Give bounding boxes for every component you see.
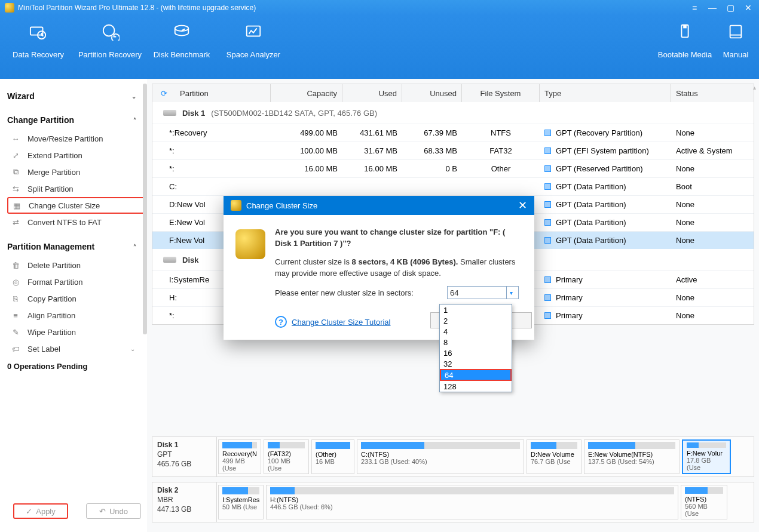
usage-bar [270, 487, 674, 494]
dialog-current-b: 8 sectors, 4 KB (4096 Bytes). [352, 257, 458, 266]
partition-row[interactable]: *:Recovery499.00 MB431.61 MB67.39 MBNTFS… [152, 124, 754, 142]
cluster-size-dropdown[interactable]: 1248163264128 [439, 304, 512, 392]
space-analyzer-button[interactable]: Space Analyzer [218, 23, 289, 59]
partition-row[interactable]: *:100.00 MB31.67 MB68.33 MBFAT32GPT (EFI… [152, 142, 754, 159]
disk-segment[interactable]: F:New Volur17.8 GB (Use [682, 439, 731, 474]
dialog-titlebar[interactable]: Change Cluster Size ✕ [224, 196, 534, 215]
partition-row[interactable]: C:GPT (Data Partition)Boot [152, 177, 754, 195]
menu-icon[interactable]: ≡ [688, 3, 700, 13]
sidebar-item-move-resize-partition[interactable]: ↔Move/Resize Partition [7, 130, 145, 147]
sidebar-item-delete-partition[interactable]: 🗑Delete Partition [7, 257, 145, 273]
segment-sub: 499 MB (Use [222, 457, 257, 472]
action-icon: ✎ [11, 327, 20, 337]
disk-segment[interactable]: (NTFS)560 MB (Use [681, 485, 727, 519]
cell-unused: 67.39 MB [402, 128, 462, 137]
sidebar-header-partition-management[interactable]: Partition Management˄ [7, 236, 145, 257]
partition-recovery-button[interactable]: Partition Recovery [74, 23, 146, 59]
disk-segment[interactable]: D:New Volume76.7 GB (Use [527, 439, 582, 474]
operations-pending-label: 0 Operations Pending [7, 362, 145, 371]
col-unused[interactable]: Unused [402, 84, 462, 102]
bootable-media-button[interactable]: Bootable Media [655, 23, 715, 59]
disk-benchmark-label: Disk Benchmark [154, 50, 210, 59]
minimize-button[interactable]: — [706, 3, 718, 13]
action-icon: 🏷 [11, 344, 20, 353]
action-icon: ⧉ [11, 167, 20, 177]
main-toolbar: Data Recovery Partition Recovery Disk Be… [0, 16, 759, 79]
disk-segment[interactable]: E:New Volume(NTFS)137.5 GB (Used: 54%) [584, 439, 680, 474]
cell-type: GPT (Data Partition) [540, 236, 671, 245]
apply-button[interactable]: ✓Apply [13, 503, 68, 519]
cell-type: Primary [540, 275, 671, 284]
space-analyzer-label: Space Analyzer [227, 50, 280, 59]
close-button[interactable]: ✕ [742, 3, 754, 13]
disk-map-2[interactable]: Disk 2MBR447.13 GBI:SystemRes50 MB (UseH… [152, 482, 754, 522]
dropdown-option-128[interactable]: 128 [440, 381, 512, 392]
tutorial-link[interactable]: Change Cluster Size Tutorial [292, 318, 390, 327]
cell-capacity: 16.00 MB [271, 164, 342, 173]
sidebar-item-merge-partition[interactable]: ⧉Merge Partition [7, 164, 145, 180]
sidebar-item-set-label[interactable]: 🏷Set Label⌄ [7, 340, 145, 357]
sidebar-item-format-partition[interactable]: ◎Format Partition [7, 273, 145, 290]
disk-segment[interactable]: (FAT32)100 MB (Use [264, 439, 309, 474]
partition-row[interactable]: *:16.00 MB16.00 MB0 BOtherGPT (Reserved … [152, 159, 754, 177]
col-type[interactable]: Type [540, 84, 671, 102]
help-icon: ? [275, 316, 287, 328]
disk-segment[interactable]: H:(NTFS)446.5 GB (Used: 6%) [266, 485, 678, 519]
data-recovery-button[interactable]: Data Recovery [2, 23, 74, 59]
dropdown-option-4[interactable]: 4 [440, 326, 512, 337]
svg-rect-7 [730, 26, 742, 38]
action-icon: ◎ [11, 277, 20, 287]
col-filesystem[interactable]: File System [462, 84, 540, 102]
disk-map-1[interactable]: Disk 1GPT465.76 GBRecovery(N499 MB (Use(… [152, 436, 754, 477]
cluster-size-combobox[interactable]: 64 ▾ [447, 286, 519, 299]
col-partition[interactable]: Partition [175, 84, 271, 102]
disk-row[interactable]: Disk 1 (ST500DM002-1BD142 SATA, GPT, 465… [152, 102, 754, 124]
segment-sub: 446.5 GB (Used: 6%) [270, 503, 674, 511]
cell-used: 31.67 MB [342, 146, 402, 155]
undo-icon: ↶ [99, 507, 106, 516]
grid-header: ⟳ Partition Capacity Used Unused File Sy… [152, 84, 754, 102]
refresh-button[interactable]: ⟳ [152, 89, 175, 98]
dropdown-option-16[interactable]: 16 [440, 348, 512, 358]
cell-type: Primary [540, 311, 671, 320]
dropdown-option-64[interactable]: 64 [440, 369, 512, 381]
sidebar-item-copy-partition[interactable]: ⎘Copy Partition [7, 290, 145, 307]
disk-segment[interactable]: (Other)16 MB [311, 439, 354, 474]
cell-partition: *: [152, 146, 271, 155]
dialog-close-button[interactable]: ✕ [518, 199, 527, 212]
segment-sub: 100 MB (Use [268, 457, 305, 472]
col-used[interactable]: Used [342, 84, 402, 102]
sidebar-header-change-partition[interactable]: Change Partition˄ [7, 110, 145, 130]
content-scroll-up[interactable]: ▴ [751, 82, 758, 92]
segment-sub: 560 MB (Use [685, 503, 723, 517]
disk-segment[interactable]: Recovery(N499 MB (Use [218, 439, 261, 474]
sidebar-item-change-cluster-size[interactable]: ▦Change Cluster Size [7, 197, 145, 214]
type-color-icon [544, 183, 551, 190]
disk-benchmark-button[interactable]: Disk Benchmark [146, 23, 218, 59]
col-status[interactable]: Status [671, 84, 754, 102]
sidebar-header-wizard[interactable]: Wizard⌄ [7, 86, 145, 106]
sidebar-item-align-partition[interactable]: ≡Align Partition [7, 307, 145, 324]
disk-segment[interactable]: C:(NTFS)233.1 GB (Used: 40%) [357, 439, 524, 474]
dropdown-option-2[interactable]: 2 [440, 315, 512, 326]
type-color-icon [544, 312, 551, 319]
manual-button[interactable]: Manual [715, 23, 757, 59]
disk-info: (ST500DM002-1BD142 SATA, GPT, 465.76 GB) [211, 109, 377, 118]
dropdown-option-8[interactable]: 8 [440, 337, 512, 348]
sidebar-item-extend-partition[interactable]: ⤢Extend Partition [7, 147, 145, 164]
dropdown-option-1[interactable]: 1 [440, 305, 512, 315]
col-capacity[interactable]: Capacity [271, 84, 342, 102]
disk-segment[interactable]: I:SystemRes50 MB (Use [218, 485, 264, 519]
cell-filesystem: FAT32 [462, 146, 540, 155]
action-icon: ⇆ [11, 184, 20, 193]
sidebar-scrollbar[interactable] [143, 84, 147, 334]
cell-partition: *: [152, 164, 271, 173]
dropdown-option-32[interactable]: 32 [440, 358, 512, 369]
sidebar-item-split-partition[interactable]: ⇆Split Partition [7, 180, 145, 197]
maximize-button[interactable]: ▢ [724, 3, 736, 13]
sidebar-item-convert-ntfs-to-fat[interactable]: ⇄Convert NTFS to FAT [7, 214, 145, 230]
type-color-icon [544, 237, 551, 244]
usage-bar [687, 442, 726, 448]
undo-button[interactable]: ↶Undo [86, 503, 141, 519]
sidebar-item-wipe-partition[interactable]: ✎Wipe Partition [7, 324, 145, 340]
